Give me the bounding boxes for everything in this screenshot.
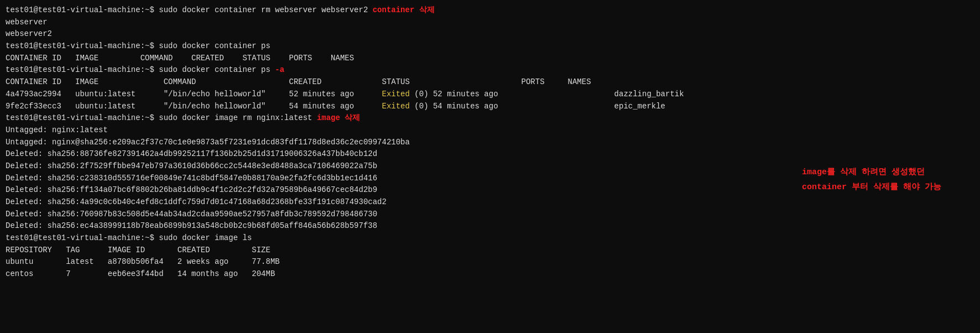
output-text: webserver2 <box>6 29 52 38</box>
output-text: Deleted: sha256:ff134a07bc6f8802b26ba81d… <box>6 185 377 194</box>
terminal-line: Untagged: nginx:latest <box>6 124 974 137</box>
terminal-line: test01@test01-virtual-machine:~$ sudo do… <box>6 232 974 244</box>
terminal-line: test01@test01-virtual-machine:~$ sudo do… <box>6 112 974 124</box>
annotation: image 삭제 <box>312 113 361 122</box>
output-text: ubuntu latest a8780b506fa4 2 weeks ago 7… <box>6 257 280 266</box>
ps-flag: -a <box>275 65 284 74</box>
terminal-line: Deleted: sha256:ec4a38999118b78eab6899b9… <box>6 220 974 232</box>
terminal-line: Deleted: sha256:760987b83c508d5e44ab34ad… <box>6 209 974 221</box>
container-id: 4a4793ac2994 ubuntu:latest "/bin/echo he… <box>6 90 382 98</box>
status-exited: Exited <box>382 90 410 98</box>
output-text: Deleted: sha256:4a99c0c6b40c4efd8c1ddfc7… <box>6 197 387 206</box>
output-text: Deleted: sha256:c238310d555716ef00849e74… <box>6 174 377 183</box>
container-id: 9fe2cf33ecc3 ubuntu:latest "/bin/echo he… <box>6 102 382 111</box>
output-text: Untagged: nginx:latest <box>6 126 108 134</box>
prompt: test01@test01-virtual-machine:~$ <box>6 233 159 242</box>
terminal-row: 4a4793ac2994 ubuntu:latest "/bin/echo he… <box>6 89 974 101</box>
terminal-line: test01@test01-virtual-machine:~$ sudo do… <box>6 4 974 17</box>
output-text: Deleted: sha256:2f7529ffbbe947eb797a3610… <box>6 162 377 170</box>
output-text: Deleted: sha256:760987b83c508d5e44ab34ad… <box>6 210 377 218</box>
output-text: webserver <box>6 18 48 27</box>
terminal-line: webserver <box>6 17 974 29</box>
terminal-line: centos 7 eeb6ee3f44bd 14 months ago 204M… <box>6 268 974 280</box>
terminal-line: test01@test01-virtual-machine:~$ sudo do… <box>6 40 974 53</box>
terminal-line: Deleted: sha256:88736fe827391462a4db9925… <box>6 148 974 160</box>
annotation: container 삭제 <box>368 6 434 14</box>
terminal-line: ubuntu latest a8780b506fa4 2 weeks ago 7… <box>6 256 974 268</box>
cmd: sudo docker container ps <box>159 41 270 50</box>
terminal-line: Untagged: nginx@sha256:e209ac2f37c70c1e0… <box>6 137 974 149</box>
terminal-line: CONTAINER ID IMAGE COMMAND CREATED STATU… <box>6 76 974 89</box>
output-text: Deleted: sha256:ec4a38999118b78eab6899b9… <box>6 221 377 230</box>
cmd: sudo docker image rm nginx:latest <box>159 113 312 122</box>
output-text: centos 7 eeb6ee3f44bd 14 months ago 204M… <box>6 269 275 278</box>
output-text: Untagged: nginx@sha256:e209ac2f37c70c1e0… <box>6 138 410 147</box>
annotation-line-1: image를 삭제 하려면 생성했던 <box>802 165 941 180</box>
status-extra: (0) 52 minutes ago dazzling_bartik <box>410 90 684 98</box>
terminal-line: Deleted: sha256:4a99c0c6b40c4efd8c1ddfc7… <box>6 196 974 209</box>
prompt: test01@test01-virtual-machine:~$ <box>6 113 159 122</box>
cmd: sudo docker image ls <box>159 233 252 242</box>
annotation-block: image를 삭제 하려면 생성했던 container 부터 삭제를 해야 가… <box>802 165 941 195</box>
terminal-row: 9fe2cf33ecc3 ubuntu:latest "/bin/echo he… <box>6 101 974 113</box>
terminal-line: test01@test01-virtual-machine:~$ sudo do… <box>6 64 974 76</box>
prompt: test01@test01-virtual-machine:~$ <box>6 65 159 74</box>
terminal-output: test01@test01-virtual-machine:~$ sudo do… <box>6 4 974 280</box>
output-text: Deleted: sha256:88736fe827391462a4db9925… <box>6 149 377 158</box>
output-text: REPOSITORY TAG IMAGE ID CREATED SIZE <box>6 246 270 254</box>
cmd: sudo docker container rm webserver webse… <box>159 6 368 14</box>
status-extra: (0) 54 minutes ago epic_merkle <box>410 102 665 111</box>
prompt: test01@test01-virtual-machine:~$ <box>6 41 159 50</box>
terminal-line: webserver2 <box>6 28 974 40</box>
output-text: CONTAINER ID IMAGE COMMAND CREATED STATU… <box>6 54 354 63</box>
terminal-line: REPOSITORY TAG IMAGE ID CREATED SIZE <box>6 244 974 257</box>
prompt: test01@test01-virtual-machine:~$ <box>6 6 159 14</box>
output-text: CONTAINER ID IMAGE COMMAND CREATED STATU… <box>6 77 591 86</box>
status-exited: Exited <box>382 102 410 111</box>
cmd: sudo docker container ps <box>159 65 275 74</box>
terminal-line: CONTAINER ID IMAGE COMMAND CREATED STATU… <box>6 53 974 65</box>
annotation-line-2: container 부터 삭제를 해야 가능 <box>802 180 941 195</box>
terminal-container: test01@test01-virtual-machine:~$ sudo do… <box>6 4 974 280</box>
